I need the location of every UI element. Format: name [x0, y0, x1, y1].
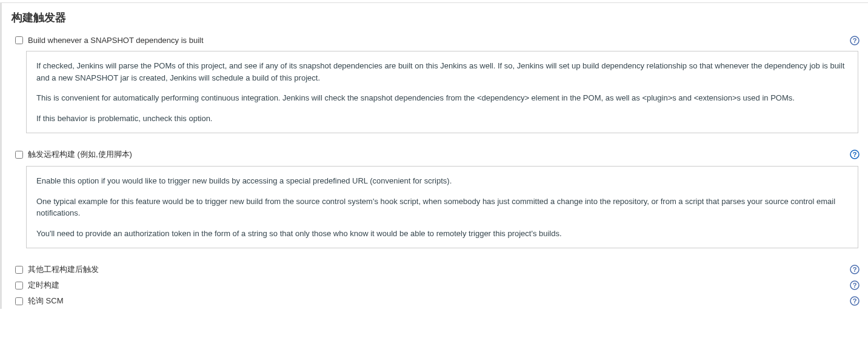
- help-text: This is convenient for automatically per…: [36, 92, 848, 104]
- build-triggers-section: 构建触发器 Build whenever a SNAPSHOT dependen…: [0, 2, 868, 309]
- svg-text:?: ?: [853, 282, 857, 289]
- trigger-label-after-other[interactable]: 其他工程构建后触发: [28, 264, 862, 275]
- trigger-row-remote: 触发远程构建 (例如,使用脚本) ?: [2, 147, 868, 162]
- trigger-row-poll-scm: 轮询 SCM ?: [2, 293, 868, 309]
- svg-text:?: ?: [853, 297, 857, 305]
- trigger-checkbox-after-other[interactable]: [15, 266, 23, 274]
- help-text: Enable this option if you would like to …: [36, 175, 848, 187]
- svg-text:?: ?: [853, 266, 857, 273]
- help-box-remote: Enable this option if you would like to …: [26, 166, 858, 248]
- trigger-checkbox-remote[interactable]: [15, 151, 23, 159]
- help-text: You'll need to provide an authorization …: [36, 228, 848, 240]
- trigger-row-snapshot: Build whenever a SNAPSHOT dependency is …: [2, 33, 868, 47]
- trigger-label-poll-scm[interactable]: 轮询 SCM: [28, 296, 862, 306]
- trigger-row-after-other: 其他工程构建后触发 ?: [2, 262, 868, 277]
- help-text: One typical example for this feature wou…: [36, 196, 848, 219]
- trigger-label-snapshot[interactable]: Build whenever a SNAPSHOT dependency is …: [28, 36, 862, 45]
- trigger-row-cron: 定时构建 ?: [2, 277, 868, 293]
- help-icon[interactable]: ?: [850, 265, 860, 274]
- trigger-label-cron[interactable]: 定时构建: [28, 280, 862, 291]
- trigger-label-remote[interactable]: 触发远程构建 (例如,使用脚本): [28, 149, 862, 160]
- svg-text:?: ?: [853, 151, 857, 158]
- help-icon[interactable]: ?: [850, 36, 860, 45]
- section-heading: 构建触发器: [2, 3, 868, 33]
- trigger-checkbox-cron[interactable]: [15, 282, 23, 289]
- svg-text:?: ?: [853, 37, 857, 44]
- help-text: If this behavior is problematic, uncheck…: [36, 113, 848, 125]
- help-box-snapshot: If checked, Jenkins will parse the POMs …: [26, 51, 858, 133]
- help-icon[interactable]: ?: [850, 296, 860, 306]
- help-icon[interactable]: ?: [850, 280, 860, 290]
- trigger-checkbox-snapshot[interactable]: [15, 36, 23, 44]
- trigger-checkbox-poll-scm[interactable]: [15, 297, 23, 305]
- help-text: If checked, Jenkins will parse the POMs …: [36, 60, 848, 84]
- help-icon[interactable]: ?: [850, 150, 860, 159]
